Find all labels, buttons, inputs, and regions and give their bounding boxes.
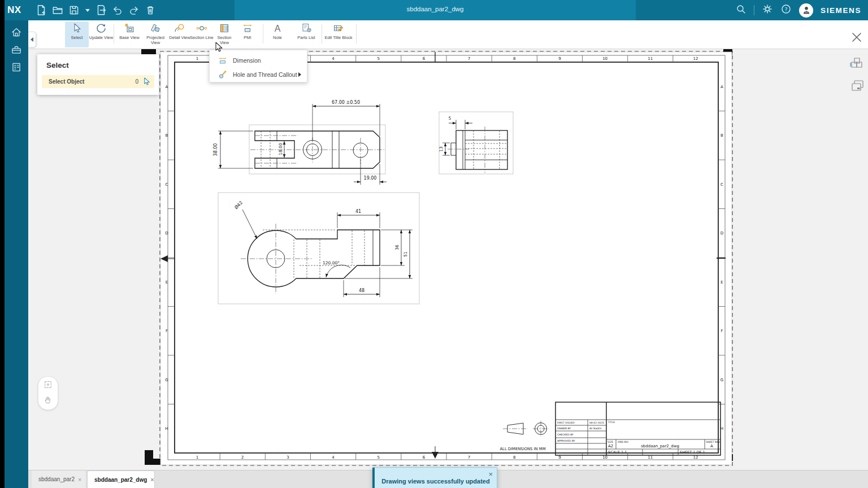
grid-label: F bbox=[166, 329, 168, 333]
tab-close-icon[interactable]: × bbox=[75, 476, 81, 483]
dim-front-head-length[interactable]: 41 bbox=[355, 209, 361, 214]
toolbar-button-label: PMI bbox=[244, 35, 251, 40]
sidebar-collapse-tab[interactable] bbox=[28, 32, 36, 47]
toolbar-button-detail-view[interactable]: Detail View bbox=[167, 21, 192, 47]
dim-front-overall-height[interactable]: 51 bbox=[403, 251, 408, 257]
grid-label: 7 bbox=[468, 56, 470, 61]
view-control-pill bbox=[38, 376, 58, 410]
note-icon: A bbox=[272, 23, 283, 34]
pan-hand-icon[interactable] bbox=[43, 395, 53, 407]
dim-top-height[interactable]: 38.00 bbox=[213, 143, 218, 156]
open-file-icon[interactable] bbox=[51, 4, 64, 16]
dim-front-angle[interactable]: 120.00° bbox=[323, 260, 340, 265]
grid-label: 1 bbox=[196, 56, 198, 61]
tb-approved-by-label: APPROVED BY bbox=[557, 439, 575, 442]
tab-sbddaan-par2[interactable]: sbddaan_par2 × bbox=[32, 470, 86, 488]
help-icon[interactable]: ? bbox=[780, 3, 792, 17]
toolbar-button-edit-title-block[interactable]: Edit Title Block bbox=[323, 21, 354, 47]
nx-logo: NX bbox=[7, 5, 21, 16]
section-line-icon bbox=[196, 23, 207, 34]
parts-form-icon[interactable] bbox=[10, 61, 23, 73]
quick-access-toolbar bbox=[35, 4, 157, 16]
tab-sbddaan-par2-dwg[interactable]: sbddaan_par2_dwg × bbox=[87, 470, 155, 488]
parts-list-icon bbox=[301, 23, 312, 34]
grid-label: C bbox=[166, 182, 168, 187]
export-icon[interactable] bbox=[95, 4, 107, 16]
screen-edge bbox=[0, 0, 5, 488]
grid-label: 6 bbox=[423, 56, 426, 61]
grid-label: 7 bbox=[468, 455, 470, 460]
dim-top-hole-offset[interactable]: 19.00 bbox=[364, 176, 377, 181]
model-navigator-icon[interactable] bbox=[848, 55, 865, 72]
grid-label: H bbox=[165, 426, 168, 431]
search-icon[interactable] bbox=[735, 3, 747, 17]
tb-size-value: A2 bbox=[608, 444, 613, 448]
toolbar-separator bbox=[263, 24, 263, 43]
title-bar-band: sbddaan_par2_dwg bbox=[235, 0, 636, 20]
close-icon[interactable] bbox=[850, 30, 863, 44]
dim-top-width[interactable]: 67.00 ±0.50 bbox=[332, 100, 360, 105]
toolbar-button-projected-view[interactable]: Projected View bbox=[142, 21, 168, 47]
toolbar-button-section-line[interactable]: Section Line bbox=[190, 21, 214, 47]
grid-label: A bbox=[166, 85, 168, 89]
sheets-icon[interactable] bbox=[849, 78, 865, 94]
toolbar-button-label: Parts List bbox=[297, 35, 315, 40]
base-view-icon bbox=[124, 23, 135, 34]
select-object-count: 0 bbox=[135, 79, 138, 85]
edit-title-block-icon bbox=[333, 23, 344, 34]
select-object-label: Select Object bbox=[49, 79, 84, 85]
pmi-icon bbox=[242, 23, 253, 34]
save-dropdown-caret[interactable] bbox=[85, 9, 90, 12]
submenu-arrow-icon bbox=[298, 72, 301, 77]
grid-label: 3 bbox=[287, 455, 289, 460]
dim-front-base-length[interactable]: 48 bbox=[359, 288, 364, 293]
toolbar-button-label: Edit Title Block bbox=[324, 35, 352, 40]
grid-label: 1 bbox=[196, 455, 198, 460]
select-object-row[interactable]: Select Object 0 bbox=[42, 75, 154, 88]
menu-item-dimension[interactable]: Dimension bbox=[210, 53, 307, 67]
select-icon bbox=[71, 23, 83, 34]
toast-notification: × Drawing views successfully updated bbox=[372, 467, 497, 488]
toolbar-button-parts-list[interactable]: Parts List bbox=[292, 21, 320, 47]
toolbar-separator bbox=[322, 24, 322, 43]
grid-label: 6 bbox=[423, 455, 426, 460]
grid-label: 11 bbox=[648, 56, 653, 61]
hole-thread-callout-icon bbox=[218, 70, 227, 79]
menu-item-hole-thread-callout[interactable]: Hole and Thread Callout bbox=[210, 67, 307, 81]
dim-side-thickness[interactable]: 5 bbox=[449, 116, 452, 121]
divider bbox=[754, 5, 754, 15]
redo-icon[interactable] bbox=[128, 4, 140, 16]
new-file-icon[interactable] bbox=[35, 4, 47, 16]
settings-gear-icon[interactable] bbox=[762, 3, 773, 17]
toolbar-button-update-view[interactable]: Update View bbox=[88, 21, 114, 47]
toast-close-icon[interactable]: × bbox=[488, 470, 493, 478]
dim-front-head-height[interactable]: 36 bbox=[394, 245, 400, 250]
grid-label: D bbox=[721, 231, 723, 236]
toolbar-button-pmi[interactable]: PMI bbox=[236, 21, 259, 47]
undo-icon[interactable] bbox=[111, 4, 124, 16]
fit-view-icon[interactable] bbox=[43, 380, 53, 392]
toolbar-button-note[interactable]: A Note bbox=[265, 21, 290, 47]
delete-icon[interactable] bbox=[144, 4, 157, 16]
grid-label: E bbox=[721, 280, 723, 285]
dim-side-slot-height[interactable]: 13 bbox=[439, 146, 444, 152]
grid-label: 12 bbox=[693, 56, 698, 61]
dim-top-slot[interactable]: 18.00 bbox=[278, 143, 283, 155]
user-avatar-icon[interactable] bbox=[799, 3, 813, 18]
tb-drg-no-label: DRG NO: bbox=[618, 441, 629, 443]
toolbar-button-base-view[interactable]: Base View bbox=[117, 21, 142, 47]
detail-view-icon bbox=[174, 23, 185, 34]
home-icon[interactable] bbox=[10, 26, 23, 38]
grid-label: 2 bbox=[241, 455, 244, 460]
toolbar-button-label: Base View bbox=[119, 35, 139, 40]
sheet-paper[interactable] bbox=[160, 52, 732, 465]
toolbar-button-label: Section Line bbox=[190, 35, 213, 40]
toolbar-button-select[interactable]: Select bbox=[65, 21, 89, 47]
toast-message: Drawing views successfully updated bbox=[379, 478, 492, 485]
tab-close-icon[interactable]: × bbox=[147, 476, 154, 483]
svg-text:A: A bbox=[275, 24, 281, 33]
save-icon[interactable] bbox=[68, 4, 80, 16]
select-cursor-icon bbox=[143, 77, 151, 86]
ribbon-toolbar: Select Update View Base View Projected V… bbox=[28, 20, 868, 49]
toolbox-icon[interactable] bbox=[10, 43, 23, 56]
